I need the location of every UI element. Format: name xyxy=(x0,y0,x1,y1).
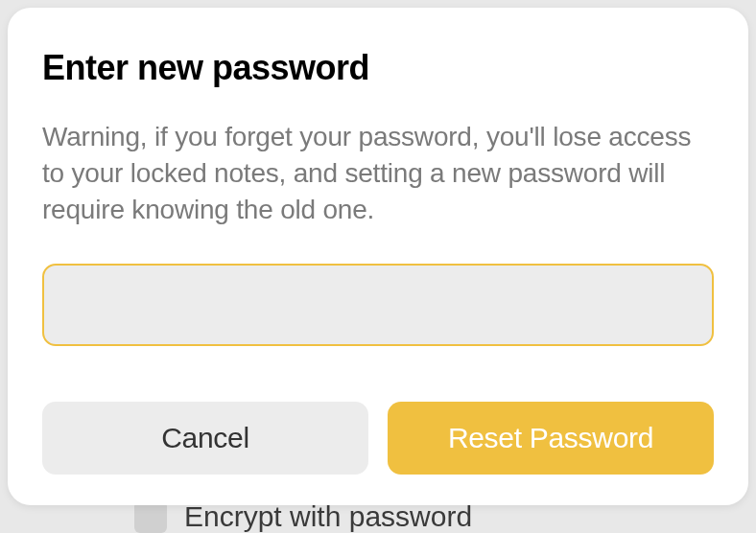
password-input[interactable] xyxy=(42,264,714,346)
checkbox-icon xyxy=(134,500,167,533)
reset-password-button[interactable]: Reset Password xyxy=(388,402,714,475)
background-option-row: Encrypt with password xyxy=(134,500,472,533)
modal-title: Enter new password xyxy=(42,48,714,88)
background-option-label: Encrypt with password xyxy=(184,500,472,533)
password-modal: Enter new password Warning, if you forge… xyxy=(8,8,748,505)
cancel-button[interactable]: Cancel xyxy=(42,402,368,475)
modal-button-row: Cancel Reset Password xyxy=(42,402,714,475)
modal-warning-text: Warning, if you forget your password, yo… xyxy=(42,119,714,227)
